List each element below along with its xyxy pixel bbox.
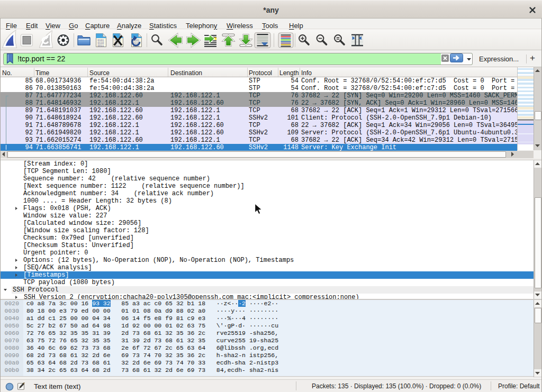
svg-text:0011: 0011 bbox=[97, 44, 104, 48]
